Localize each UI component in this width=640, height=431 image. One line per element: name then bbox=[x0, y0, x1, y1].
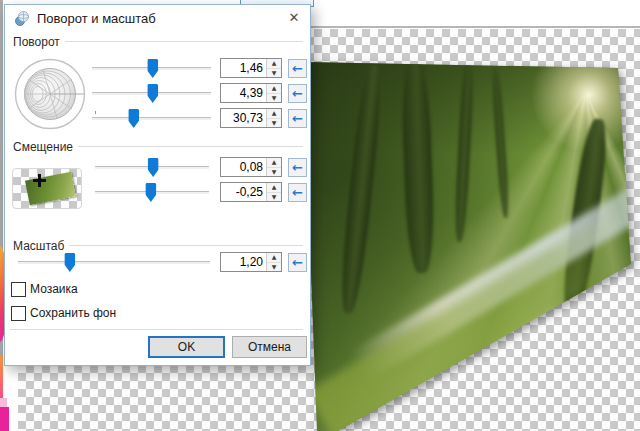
spin-up-icon[interactable]: ▲ bbox=[267, 109, 281, 119]
spin-up-icon[interactable]: ▲ bbox=[267, 59, 281, 69]
rotate-scale-icon bbox=[14, 10, 30, 26]
trackball-icon[interactable] bbox=[13, 57, 87, 131]
offset-y-slider[interactable] bbox=[95, 182, 209, 202]
offset-x-slider[interactable] bbox=[95, 157, 209, 177]
spin-up-icon[interactable]: ▲ bbox=[267, 253, 281, 263]
scale-slider[interactable] bbox=[18, 252, 210, 272]
ok-button[interactable]: OK bbox=[148, 336, 225, 358]
spin-down-icon[interactable]: ▼ bbox=[267, 69, 281, 78]
slider-track bbox=[18, 261, 210, 264]
slider-thumb[interactable] bbox=[147, 59, 158, 78]
group-label-offset: Смещение bbox=[13, 140, 78, 154]
offset-y-spinbox[interactable]: -0,25 ▲▼ bbox=[220, 182, 282, 202]
rotation-x-slider[interactable] bbox=[92, 58, 211, 78]
reset-arrow-icon[interactable]: ← bbox=[288, 109, 307, 128]
offset-x-spinbox[interactable]: 0,08 ▲▼ bbox=[220, 157, 282, 177]
spin-down-icon[interactable]: ▼ bbox=[267, 193, 281, 202]
spin-up-icon[interactable]: ▲ bbox=[267, 84, 281, 94]
mosaic-checkbox-label: Мозаика bbox=[30, 282, 78, 296]
rotation-y-spinbox[interactable]: 4,39 ▲▼ bbox=[220, 83, 282, 103]
rotation-z-slider[interactable] bbox=[92, 108, 211, 128]
crosshair-icon bbox=[33, 174, 46, 187]
rotation-z-spinbox[interactable]: 30,73 ▲▼ bbox=[220, 108, 282, 128]
rotation-x-spinbox[interactable]: 1,46 ▲▼ bbox=[220, 58, 282, 78]
reset-arrow-icon[interactable]: ← bbox=[288, 158, 307, 177]
rotation-x-value[interactable]: 1,46 bbox=[221, 59, 266, 77]
spin-up-icon[interactable]: ▲ bbox=[267, 183, 281, 193]
offset-x-value[interactable]: 0,08 bbox=[221, 158, 266, 176]
rotation-z-value[interactable]: 30,73 bbox=[221, 109, 266, 127]
reset-arrow-icon[interactable]: ← bbox=[288, 84, 307, 103]
reset-arrow-icon[interactable]: ← bbox=[288, 59, 307, 78]
spin-down-icon[interactable]: ▼ bbox=[267, 94, 281, 103]
spin-down-icon[interactable]: ▼ bbox=[267, 119, 281, 128]
scale-value[interactable]: 1,20 bbox=[221, 253, 266, 271]
reset-arrow-icon[interactable]: ← bbox=[288, 183, 307, 202]
dialog-titlebar[interactable]: Поворот и масштаб ✕ bbox=[5, 5, 310, 31]
keep-background-checkbox-label: Сохранить фон bbox=[30, 306, 116, 320]
app-logo-tail bbox=[0, 356, 3, 398]
spin-down-icon[interactable]: ▼ bbox=[267, 263, 281, 272]
rotation-y-value[interactable]: 4,39 bbox=[221, 84, 266, 102]
slider-thumb[interactable] bbox=[64, 253, 75, 272]
keep-background-checkbox[interactable] bbox=[11, 306, 26, 321]
canvas-photo-wrap bbox=[300, 58, 640, 431]
footer-separator bbox=[10, 329, 303, 330]
group-label-rotation: Поворот bbox=[13, 35, 65, 49]
offset-y-value[interactable]: -0,25 bbox=[221, 183, 266, 201]
reset-arrow-icon[interactable]: ← bbox=[288, 253, 307, 272]
slider-track bbox=[92, 117, 211, 120]
rotate-scale-dialog: Поворот и масштаб ✕ Поворот bbox=[4, 4, 311, 366]
spin-down-icon[interactable]: ▼ bbox=[267, 168, 281, 177]
slider-thumb[interactable] bbox=[128, 109, 139, 128]
spin-up-icon[interactable]: ▲ bbox=[267, 158, 281, 168]
scale-spinbox[interactable]: 1,20 ▲▼ bbox=[220, 252, 282, 272]
cancel-button[interactable]: Отмена bbox=[232, 336, 307, 358]
slider-thumb[interactable] bbox=[148, 158, 159, 177]
dialog-title: Поворот и масштаб bbox=[37, 11, 278, 26]
close-icon[interactable]: ✕ bbox=[278, 5, 310, 31]
offset-preview-thumbnail[interactable] bbox=[12, 168, 82, 209]
magenta-color-swatch bbox=[0, 407, 9, 431]
slider-thumb[interactable] bbox=[147, 84, 158, 103]
mosaic-checkbox[interactable] bbox=[11, 282, 26, 297]
rotated-forest-photo[interactable] bbox=[300, 58, 640, 431]
group-label-scale: Масштаб bbox=[13, 239, 69, 253]
rotation-y-slider[interactable] bbox=[92, 83, 211, 103]
slider-thumb[interactable] bbox=[145, 183, 156, 202]
